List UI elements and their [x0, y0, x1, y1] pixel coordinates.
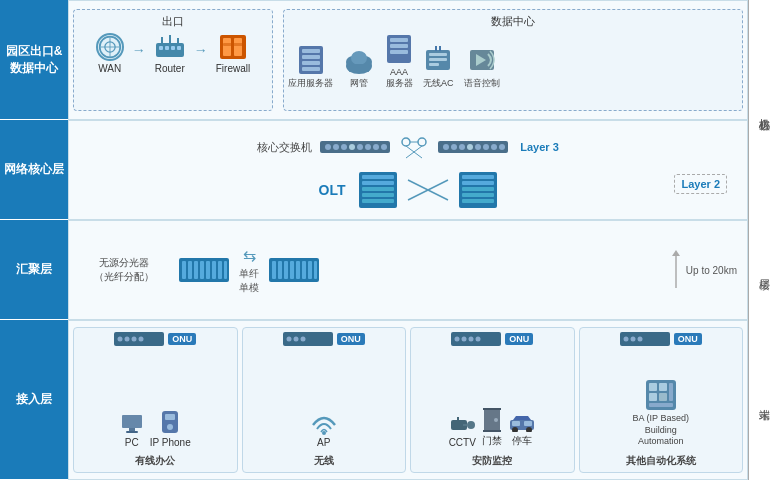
splitter-icon1 [179, 250, 229, 290]
svg-rect-74 [462, 199, 494, 203]
dc-section: 数据中心 应用服务器 [283, 9, 743, 111]
security-devices: CCTV 门禁 [449, 350, 536, 448]
phone-label: IP Phone [150, 437, 191, 448]
svg-marker-94 [672, 250, 680, 256]
onu-label-security: ONU [505, 333, 533, 345]
access-group-ba: ONU [579, 327, 744, 473]
olt-icon2 [459, 172, 497, 208]
svg-rect-82 [218, 261, 222, 279]
svg-rect-70 [462, 175, 494, 179]
svg-point-98 [132, 337, 137, 342]
svg-rect-136 [649, 393, 657, 401]
svg-rect-29 [390, 50, 408, 54]
pc-label: PC [125, 437, 139, 448]
left-labels: 园区出口&数据中心 网络核心层 汇聚层 接入层 [0, 0, 68, 501]
wan-label: WAN [98, 63, 121, 74]
ba-label: BA (IP Based)BuildingAutomation [633, 413, 689, 448]
svg-point-113 [462, 337, 467, 342]
svg-rect-128 [524, 421, 532, 426]
wan-icon [96, 33, 124, 61]
cctv-label: CCTV [449, 437, 476, 448]
door-label: 门禁 [482, 434, 502, 448]
core-switch-area: 核心交换机 [79, 132, 737, 162]
svg-rect-17 [302, 49, 320, 53]
svg-point-41 [341, 144, 347, 150]
svg-point-121 [494, 418, 498, 422]
onu-row-wired: ONU [114, 332, 196, 346]
svg-rect-71 [462, 181, 494, 185]
svg-rect-122 [483, 408, 501, 410]
svg-rect-91 [308, 261, 312, 279]
onu-label-wired: ONU [168, 333, 196, 345]
svg-rect-63 [362, 181, 394, 185]
svg-rect-25 [349, 64, 369, 72]
svg-rect-64 [362, 187, 394, 191]
network-mgmt-label: 网管 [350, 78, 368, 89]
onu-device-wired [114, 332, 164, 346]
access-group-wireless: ONU AP [242, 327, 407, 473]
device-app-server: 应用服务器 [288, 44, 333, 89]
svg-rect-86 [278, 261, 282, 279]
row-exit-dc: 出口 WAN [68, 0, 748, 120]
svg-rect-66 [362, 199, 394, 203]
fiber-arrows: ⇆ 单纤单模 [239, 246, 259, 295]
right-label-terminal: 末端 [748, 320, 780, 480]
access-group-wired: ONU PC [73, 327, 238, 473]
svg-rect-138 [669, 383, 673, 401]
svg-point-112 [455, 337, 460, 342]
left-label-row2: 网络核心层 [0, 120, 68, 220]
wireless-group-label: 无线 [314, 454, 334, 468]
dc-devices: 应用服务器 网管 [288, 33, 500, 89]
splitter-label: 无源分光器（光纤分配） [94, 256, 154, 284]
svg-point-114 [469, 337, 474, 342]
device-parking: 停车 [508, 414, 536, 448]
svg-rect-119 [457, 417, 459, 420]
svg-rect-13 [223, 38, 231, 56]
svg-rect-134 [649, 383, 657, 391]
svg-rect-31 [429, 53, 447, 56]
device-ap: AP [309, 407, 339, 448]
ba-icon [645, 379, 677, 411]
svg-rect-87 [284, 261, 288, 279]
svg-rect-127 [512, 421, 520, 426]
layer3-label: Layer 3 [520, 141, 559, 153]
svg-point-107 [286, 337, 291, 342]
svg-point-115 [476, 337, 481, 342]
app-server-label: 应用服务器 [288, 78, 333, 89]
exit-section: 出口 WAN [73, 9, 273, 111]
svg-rect-73 [462, 193, 494, 197]
svg-point-131 [630, 337, 635, 342]
router-label: Router [155, 63, 185, 74]
ap-label: AP [317, 437, 330, 448]
device-voice: 语音控制 [464, 44, 500, 89]
car-icon [508, 414, 536, 432]
svg-point-39 [325, 144, 331, 150]
svg-point-53 [443, 144, 449, 150]
onu-device-wireless [283, 332, 333, 346]
svg-rect-76 [182, 261, 186, 279]
onu-device-security [451, 332, 501, 346]
svg-rect-88 [290, 261, 294, 279]
core-switch-label: 核心交换机 [257, 140, 312, 155]
svg-rect-81 [212, 261, 216, 279]
svg-rect-92 [314, 261, 317, 279]
svg-point-117 [467, 421, 475, 429]
svg-point-46 [381, 144, 387, 150]
door-icon [483, 408, 501, 432]
svg-rect-79 [200, 261, 204, 279]
olt-label: OLT [319, 182, 346, 198]
svg-rect-101 [129, 428, 135, 431]
svg-rect-89 [296, 261, 300, 279]
svg-point-99 [139, 337, 144, 342]
core-switch-icon2 [438, 138, 508, 156]
ba-group-label: 其他自动化系统 [626, 454, 696, 468]
svg-rect-137 [659, 393, 667, 401]
svg-rect-135 [659, 383, 667, 391]
svg-point-96 [118, 337, 123, 342]
left-label-row1: 园区出口&数据中心 [0, 0, 68, 120]
svg-rect-77 [188, 261, 192, 279]
device-ba: BA (IP Based)BuildingAutomation [633, 379, 689, 448]
svg-rect-6 [165, 46, 169, 50]
wireless-ac-label: 无线AC [423, 78, 454, 89]
svg-rect-15 [223, 43, 243, 46]
